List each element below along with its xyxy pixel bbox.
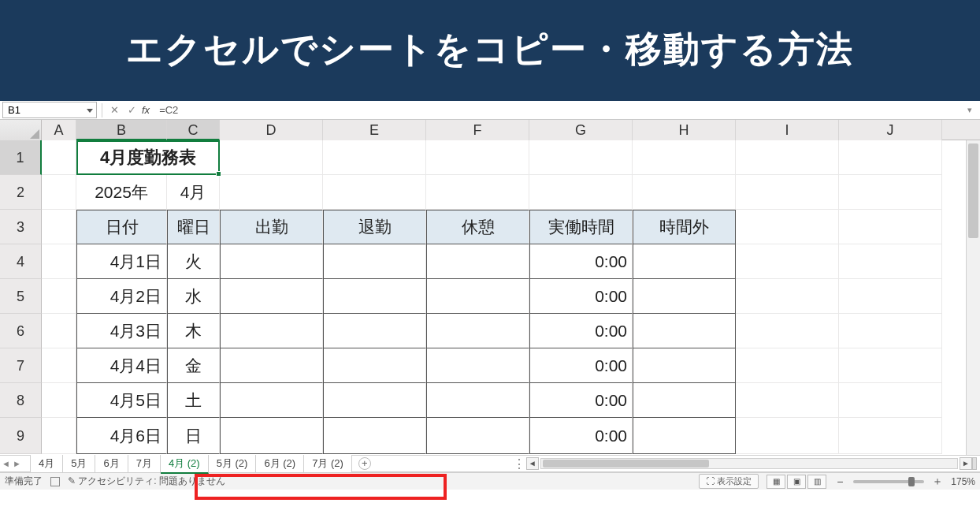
- cell-E8[interactable]: [323, 383, 426, 418]
- col-header-F[interactable]: F: [426, 120, 529, 140]
- col-header-C[interactable]: C: [167, 120, 220, 140]
- zoom-level[interactable]: 175%: [951, 476, 975, 487]
- cell-B5[interactable]: 4月2日: [76, 279, 167, 314]
- row-header-3[interactable]: 3: [0, 210, 42, 244]
- cell-F5[interactable]: [426, 279, 529, 314]
- cell-J1[interactable]: [839, 140, 942, 175]
- sheet-tab[interactable]: 7月 (2): [304, 455, 352, 472]
- cell-B9[interactable]: 4月6日: [76, 418, 167, 454]
- cell-J5[interactable]: [839, 279, 942, 314]
- hscroll-track[interactable]: [540, 458, 958, 469]
- cell-I7[interactable]: [736, 348, 839, 383]
- sheet-tab-active[interactable]: 4月 (2): [161, 455, 209, 474]
- cell-B4[interactable]: 4月1日: [76, 244, 167, 279]
- cell-F9[interactable]: [426, 418, 529, 454]
- sheet-tab[interactable]: 5月: [63, 455, 95, 472]
- accessibility-status[interactable]: ✎ アクセシビリティ: 問題ありません: [68, 475, 225, 488]
- cell-A9[interactable]: [42, 418, 76, 454]
- cell-J8[interactable]: [839, 383, 942, 418]
- col-header-J[interactable]: J: [839, 120, 942, 140]
- row-header-4[interactable]: 4: [0, 244, 42, 279]
- view-normal-button[interactable]: ▦: [767, 475, 785, 489]
- cell-A7[interactable]: [42, 348, 76, 383]
- cell-G4[interactable]: 0:00: [529, 244, 633, 279]
- cell-E1[interactable]: [323, 140, 426, 175]
- formula-input[interactable]: [154, 102, 963, 118]
- col-header-I[interactable]: I: [736, 120, 839, 140]
- cell-I3[interactable]: [736, 210, 839, 244]
- cell-D2[interactable]: [220, 175, 323, 210]
- cell-B7[interactable]: 4月4日: [76, 348, 167, 383]
- row-header-7[interactable]: 7: [0, 348, 42, 383]
- cell-F1[interactable]: [426, 140, 529, 175]
- cell-F3[interactable]: 休憩: [426, 210, 529, 244]
- col-header-G[interactable]: G: [529, 120, 633, 140]
- cell-I2[interactable]: [736, 175, 839, 210]
- cell-E2[interactable]: [323, 175, 426, 210]
- cell-F2[interactable]: [426, 175, 529, 210]
- cell-D6[interactable]: [220, 314, 323, 348]
- sheet-tab[interactable]: 5月 (2): [209, 455, 257, 472]
- sheet-tab[interactable]: 6月: [95, 455, 128, 472]
- hscroll-split-handle[interactable]: [972, 457, 977, 470]
- cell-A2[interactable]: [42, 175, 76, 210]
- cell-B3[interactable]: 日付: [76, 210, 167, 244]
- row-header-8[interactable]: 8: [0, 383, 42, 418]
- cell-A8[interactable]: [42, 383, 76, 418]
- cell-G6[interactable]: 0:00: [529, 314, 633, 348]
- cell-A6[interactable]: [42, 314, 76, 348]
- cell-C4[interactable]: 火: [167, 244, 220, 279]
- tab-nav-prev-icon[interactable]: ◄: [0, 459, 11, 468]
- cell-D5[interactable]: [220, 279, 323, 314]
- cell-E5[interactable]: [323, 279, 426, 314]
- cell-B6[interactable]: 4月3日: [76, 314, 167, 348]
- hscroll-right-button[interactable]: ►: [960, 457, 972, 470]
- cell-C6[interactable]: 木: [167, 314, 220, 348]
- cell-C7[interactable]: 金: [167, 348, 220, 383]
- row-header-9[interactable]: 9: [0, 418, 42, 454]
- zoom-slider[interactable]: [853, 480, 924, 483]
- col-header-B[interactable]: B: [76, 120, 167, 140]
- row-header-5[interactable]: 5: [0, 279, 42, 314]
- cell-J4[interactable]: [839, 244, 942, 279]
- row-header-2[interactable]: 2: [0, 175, 42, 210]
- cell-C2[interactable]: 4月: [167, 175, 220, 210]
- row-header-1[interactable]: 1: [0, 140, 42, 175]
- sheet-tab[interactable]: 6月 (2): [256, 455, 304, 472]
- fx-icon[interactable]: fx: [142, 104, 150, 116]
- cell-E9[interactable]: [323, 418, 426, 454]
- cell-H8[interactable]: [633, 383, 736, 418]
- cell-D3[interactable]: 出勤: [220, 210, 323, 244]
- macro-record-icon[interactable]: [50, 477, 60, 486]
- cell-G3[interactable]: 実働時間: [529, 210, 633, 244]
- hscroll-left-button[interactable]: ◄: [526, 457, 539, 470]
- cell-H7[interactable]: [633, 348, 736, 383]
- cell-C5[interactable]: 水: [167, 279, 220, 314]
- vertical-scrollbar[interactable]: [966, 140, 980, 455]
- cell-J9[interactable]: [839, 418, 942, 454]
- vertical-scrollbar-thumb[interactable]: [968, 143, 978, 238]
- sheet-tab[interactable]: 4月: [30, 455, 63, 472]
- expand-formula-bar-icon[interactable]: ▾: [963, 105, 977, 115]
- cell-H4[interactable]: [633, 244, 736, 279]
- cell-C3[interactable]: 曜日: [167, 210, 220, 244]
- cell-G9[interactable]: 0:00: [529, 418, 633, 454]
- cancel-formula-button[interactable]: ✕: [106, 102, 123, 118]
- cell-E7[interactable]: [323, 348, 426, 383]
- cell-J3[interactable]: [839, 210, 942, 244]
- cell-A3[interactable]: [42, 210, 76, 244]
- confirm-formula-button[interactable]: ✓: [123, 102, 140, 118]
- col-header-H[interactable]: H: [633, 120, 736, 140]
- cell-G7[interactable]: 0:00: [529, 348, 633, 383]
- cell-D4[interactable]: [220, 244, 323, 279]
- cell-I4[interactable]: [736, 244, 839, 279]
- cell-C8[interactable]: 土: [167, 383, 220, 418]
- cell-I5[interactable]: [736, 279, 839, 314]
- cell-F6[interactable]: [426, 314, 529, 348]
- cell-G5[interactable]: 0:00: [529, 279, 633, 314]
- view-pagebreak-button[interactable]: ▥: [807, 475, 826, 489]
- cell-F8[interactable]: [426, 383, 529, 418]
- cell-A4[interactable]: [42, 244, 76, 279]
- cell-H2[interactable]: [633, 175, 736, 210]
- cell-D1[interactable]: [220, 140, 323, 175]
